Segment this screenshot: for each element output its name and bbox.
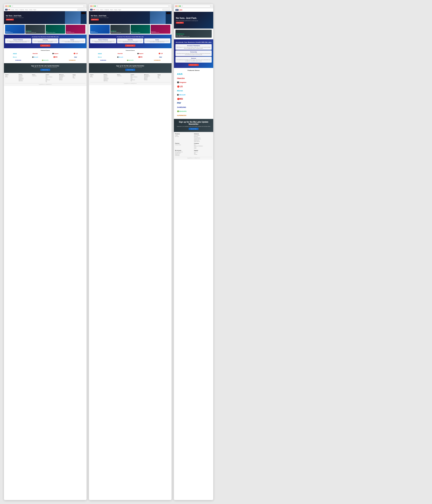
store-msi-2[interactable]: 🔴MSI [131, 56, 150, 58]
nav-products-2[interactable]: Products [96, 9, 99, 10]
store-msi-3[interactable]: 🔴MSI [175, 97, 212, 101]
store-asus[interactable]: ASUS [5, 52, 25, 55]
carousel-item-3[interactable]: LG A Winning Combination of Monitors [46, 25, 65, 34]
footer-link-graphical[interactable]: Graphical Solutions [19, 79, 31, 79]
footer-link-digital-2[interactable]: Digital Solutions [104, 81, 116, 81]
footer-link-server-3[interactable]: Server Solutions [194, 135, 212, 136]
footer-link-career[interactable]: Career [46, 79, 58, 79]
store-pny[interactable]: PNY [66, 56, 85, 58]
footer-link-rebates[interactable]: Rebates Info [59, 78, 72, 78]
carousel-item-4[interactable]: Supermicro Supermicro New GPU servers [66, 25, 85, 34]
store-lg-3[interactable]: 🔴 LG [175, 85, 212, 88]
footer-link-ticketing-3[interactable]: Ticketing [194, 154, 212, 155]
store-kingston[interactable]: ⬛Kingston [46, 52, 65, 55]
store-microsoft[interactable]: ⬛ Microsoft [25, 56, 45, 58]
maximize-dot-3[interactable] [179, 6, 181, 7]
nav-company[interactable]: Company [29, 9, 33, 10]
footer-link-newsletter[interactable]: Email Newsletter [46, 80, 58, 80]
footer-link-account-mgmt[interactable]: Account Management [59, 76, 72, 76]
footer-link-events[interactable]: Events [46, 78, 58, 78]
footer-link-orders[interactable]: View All Orders [59, 77, 72, 77]
carousel-item-2-4[interactable]: Supermicro Supermicro New GPU servers [151, 25, 170, 34]
footer-link-about-2[interactable]: About [131, 76, 143, 76]
footer-link-contact[interactable]: Contact Us [73, 76, 85, 76]
become-reseller-button-2[interactable]: Become a reseller [125, 45, 135, 47]
close-dot-3[interactable] [176, 6, 177, 7]
store-supermicro[interactable]: SUPERMICRO [59, 59, 85, 62]
url-bar-2[interactable] [97, 5, 169, 7]
footer-link-blog-2[interactable]: Blog [131, 81, 143, 81]
footer-link-security-3[interactable]: Security Solutions [194, 137, 212, 138]
store-seagate-3[interactable]: 🟢SEAGATE [175, 110, 212, 113]
store-asus-2[interactable]: ASUS [90, 52, 110, 55]
footer-link-blog[interactable]: Blog [46, 81, 58, 81]
maximize-dot[interactable] [9, 6, 11, 7]
store-istar-3[interactable]: iStarUSA [175, 77, 212, 80]
footer-link-account-mgmt-3[interactable]: Account Management [175, 151, 193, 152]
store-micron-2[interactable]: Micron [90, 56, 110, 58]
store-kingston-2[interactable]: ⬛Kingston [131, 52, 150, 55]
footer-link-about[interactable]: About [46, 76, 58, 76]
subscribe-button-3[interactable]: Subscribe Today [189, 128, 198, 130]
footer-link-career-3[interactable]: Career [194, 148, 212, 149]
minimize-dot[interactable] [8, 6, 9, 7]
footer-link-edge[interactable]: Edge Solutions [19, 80, 31, 80]
store-samsung-2[interactable]: SAMSUNG [90, 59, 116, 62]
footer-link-customer-stores[interactable]: Customer Stores [32, 76, 45, 76]
minimize-dot-2[interactable] [92, 6, 94, 7]
store-supermicro-3[interactable]: SUPERMICRO [175, 114, 212, 117]
footer-link-newsroom[interactable]: Newsroom & Publications [46, 77, 58, 77]
store-seagate-2[interactable]: 🟢SEAGATE [117, 59, 143, 62]
footer-link-security[interactable]: Security Solutions [19, 78, 31, 78]
footer-link-ticketing[interactable]: Ticketing [73, 78, 85, 78]
store-istar[interactable]: iStarUSA [25, 52, 45, 55]
footer-link-edge-3[interactable]: Edge Solutions [194, 140, 212, 141]
footer-link-order-status-3[interactable]: Order Status [175, 155, 193, 156]
nav-configuration-2[interactable]: Configuration [105, 9, 109, 10]
footer-link-account-mgmt-2[interactable]: Account Management [144, 76, 157, 76]
footer-link-faq[interactable]: FAQ [73, 77, 85, 77]
footer-link-server[interactable]: Server Solutions [19, 76, 31, 76]
minimize-dot-3[interactable] [177, 6, 179, 7]
footer-link-contact-3[interactable]: Contact Us [194, 151, 212, 152]
footer-link-care[interactable]: Care [46, 81, 58, 82]
footer-link-order-status-2[interactable]: Order Status [144, 80, 157, 80]
nav-solutions[interactable]: Solutions [15, 9, 18, 10]
footer-link-workstation[interactable]: Workstation [19, 77, 31, 77]
store-pny-3[interactable]: PNY [175, 101, 212, 105]
footer-link-digital-3[interactable]: Digital Solutions [194, 141, 212, 142]
store-micron-3[interactable]: Micron [175, 89, 212, 92]
nav-company-2[interactable]: Company [114, 9, 117, 10]
nav-products[interactable]: Products [11, 9, 14, 10]
footer-link-customer-stores-3[interactable]: Customer Stores [175, 144, 193, 145]
become-reseller-button-3[interactable]: Become a reseller [188, 64, 199, 66]
store-msi[interactable]: 🔴MSI [46, 56, 65, 58]
store-microsoft-2[interactable]: ⬛ Microsoft [110, 56, 130, 58]
store-istar-2[interactable]: iStarUSA [110, 52, 130, 55]
footer-link-server-2[interactable]: Server Solutions [104, 76, 116, 76]
footer-link-edge-2[interactable]: Edge Solutions [104, 80, 116, 80]
store-samsung-3[interactable]: SAMSUNG [175, 106, 212, 109]
store-micron[interactable]: Micron [5, 56, 25, 58]
carousel-item-3-2[interactable]: SKYWATCH AI Smart. Safe. Secure. Video-o… [176, 30, 212, 38]
subscribe-button-2[interactable]: Subscribe Today [125, 69, 135, 71]
hero-cta-button[interactable]: LEARN MORE » [6, 19, 14, 20]
close-dot[interactable] [6, 6, 7, 7]
footer-link-faq-2[interactable]: FAQ [158, 77, 170, 77]
footer-link-catalog-2[interactable]: Catalog [90, 76, 103, 76]
footer-link-events-2[interactable]: Events [131, 78, 143, 78]
store-samsung[interactable]: SAMSUNG [5, 59, 31, 62]
carousel-item-2-2[interactable]: SKYWATCH AI Smart. Safe. Secure. Video-o… [110, 25, 130, 34]
logo-3[interactable]: MA LABS [176, 9, 182, 11]
nav-support-2[interactable]: Support [118, 9, 121, 10]
footer-link-orders-2[interactable]: View All Orders [144, 77, 157, 77]
footer-link-newsroom-3[interactable]: Newsroom & Publications [194, 145, 212, 146]
maximize-dot-2[interactable] [94, 6, 96, 7]
search-input-2[interactable] [162, 9, 170, 10]
store-microsoft-3[interactable]: ⬛ Microsoft [175, 93, 212, 97]
carousel-item-1[interactable]: Windows 11 Empower your hybrid team [5, 25, 25, 34]
carousel-item-2[interactable]: SKYWATCH AI Smart. Safe. Secure. Video-o… [25, 25, 45, 34]
footer-link-digital[interactable]: Digital Solutions [19, 81, 31, 81]
footer-link-catalog[interactable]: Catalog [5, 76, 18, 76]
hero-cta-button-3[interactable]: LEARN MORE » [176, 22, 184, 24]
